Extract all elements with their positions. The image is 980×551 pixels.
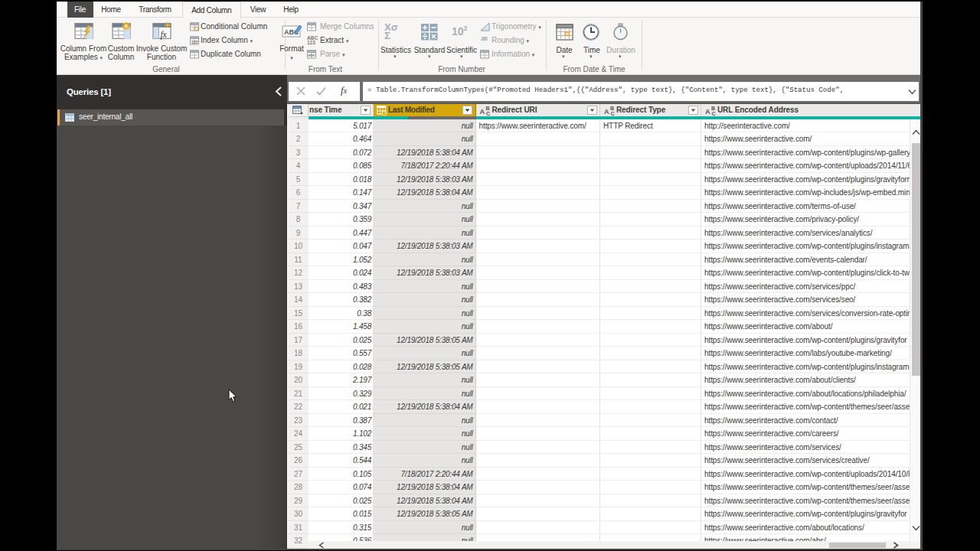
svg-text:123: 123 bbox=[191, 40, 198, 44]
svg-text:abc: abc bbox=[309, 53, 315, 57]
svg-text:fx: fx bbox=[160, 30, 166, 40]
